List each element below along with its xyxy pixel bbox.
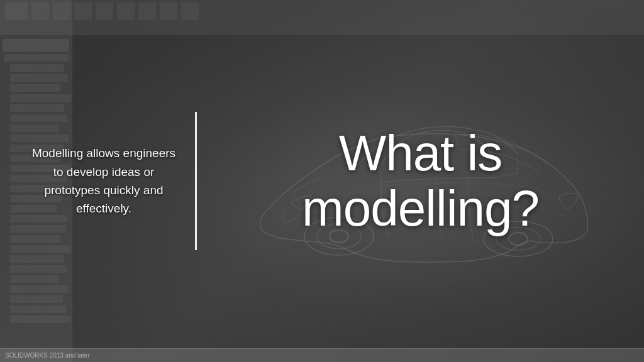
main-title: What is modelling?	[302, 126, 539, 236]
solidworks-bottom-bar: SOLIDWORKS 2013 and later	[0, 348, 644, 362]
vertical-divider	[195, 112, 197, 250]
bottom-bar-text: SOLIDWORKS 2013 and later	[0, 349, 95, 361]
title-line1: What is	[339, 125, 502, 181]
left-text-block: Modelling allows engineers to develop id…	[0, 131, 195, 231]
description-text: Modelling allows engineers to develop id…	[31, 144, 176, 218]
main-title-block: What is modelling?	[197, 113, 644, 249]
title-line2: modelling?	[302, 180, 539, 236]
slide-content: Modelling allows engineers to develop id…	[0, 0, 644, 362]
